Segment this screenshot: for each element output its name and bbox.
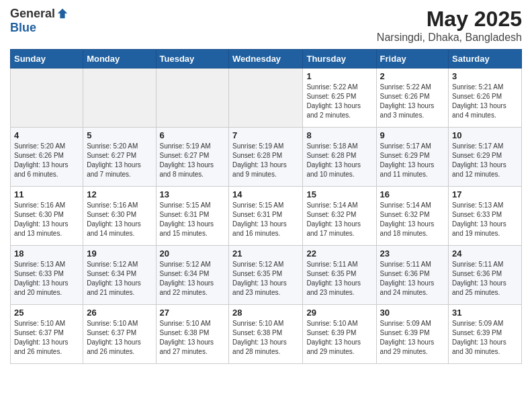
day-info: Sunrise: 5:22 AM Sunset: 6:26 PM Dayligh… (380, 83, 445, 120)
calendar-cell: 6Sunrise: 5:19 AM Sunset: 6:27 PM Daylig… (156, 128, 229, 187)
logo-general: General (10, 7, 55, 21)
day-number: 3 (452, 71, 518, 81)
calendar-week-row: 1Sunrise: 5:22 AM Sunset: 6:25 PM Daylig… (11, 68, 522, 128)
calendar-cell: 19Sunrise: 5:12 AM Sunset: 6:34 PM Dayli… (83, 246, 156, 305)
calendar-cell: 25Sunrise: 5:10 AM Sunset: 6:37 PM Dayli… (11, 305, 83, 364)
day-number: 17 (452, 189, 518, 199)
page-container: General Blue May 2025 Narsingdi, Dhaka, … (0, 0, 532, 371)
calendar-cell: 27Sunrise: 5:10 AM Sunset: 6:38 PM Dayli… (156, 305, 229, 364)
day-info: Sunrise: 5:16 AM Sunset: 6:30 PM Dayligh… (87, 201, 152, 238)
day-info: Sunrise: 5:10 AM Sunset: 6:37 PM Dayligh… (87, 319, 152, 357)
day-info: Sunrise: 5:15 AM Sunset: 6:31 PM Dayligh… (232, 201, 299, 238)
day-number: 24 (452, 248, 518, 259)
calendar-cell: 11Sunrise: 5:16 AM Sunset: 6:30 PM Dayli… (11, 187, 83, 246)
day-number: 7 (232, 130, 299, 140)
logo: General Blue (10, 7, 69, 35)
day-info: Sunrise: 5:11 AM Sunset: 6:36 PM Dayligh… (452, 260, 518, 298)
day-info: Sunrise: 5:14 AM Sunset: 6:32 PM Dayligh… (380, 201, 445, 238)
day-info: Sunrise: 5:11 AM Sunset: 6:36 PM Dayligh… (380, 260, 445, 298)
calendar-cell: 22Sunrise: 5:11 AM Sunset: 6:35 PM Dayli… (303, 246, 376, 305)
day-number: 6 (160, 130, 226, 140)
day-number: 21 (232, 248, 299, 259)
calendar-cell: 7Sunrise: 5:19 AM Sunset: 6:28 PM Daylig… (229, 128, 303, 187)
day-number: 10 (452, 130, 518, 140)
day-info: Sunrise: 5:19 AM Sunset: 6:28 PM Dayligh… (232, 142, 299, 179)
day-info: Sunrise: 5:14 AM Sunset: 6:32 PM Dayligh… (306, 201, 372, 238)
day-info: Sunrise: 5:16 AM Sunset: 6:30 PM Dayligh… (14, 201, 79, 238)
day-number: 22 (306, 248, 372, 259)
calendar-cell: 17Sunrise: 5:13 AM Sunset: 6:33 PM Dayli… (449, 187, 522, 246)
calendar-cell: 30Sunrise: 5:09 AM Sunset: 6:39 PM Dayli… (376, 305, 448, 364)
day-info: Sunrise: 5:21 AM Sunset: 6:26 PM Dayligh… (452, 83, 518, 120)
day-number: 18 (14, 248, 79, 259)
calendar-cell: 5Sunrise: 5:20 AM Sunset: 6:27 PM Daylig… (83, 128, 156, 187)
day-info: Sunrise: 5:12 AM Sunset: 6:34 PM Dayligh… (160, 260, 226, 298)
calendar-day-header: Tuesday (156, 50, 229, 68)
calendar-day-header: Sunday (11, 50, 83, 68)
calendar-cell: 26Sunrise: 5:10 AM Sunset: 6:37 PM Dayli… (83, 305, 156, 364)
logo-icon (56, 7, 69, 19)
calendar-cell: 29Sunrise: 5:10 AM Sunset: 6:39 PM Dayli… (303, 305, 376, 364)
day-number: 15 (306, 189, 372, 199)
calendar-cell: 13Sunrise: 5:15 AM Sunset: 6:31 PM Dayli… (156, 187, 229, 246)
day-number: 20 (160, 248, 226, 259)
calendar-cell: 18Sunrise: 5:13 AM Sunset: 6:33 PM Dayli… (11, 246, 83, 305)
calendar-cell (83, 68, 156, 128)
day-info: Sunrise: 5:09 AM Sunset: 6:39 PM Dayligh… (380, 319, 445, 357)
calendar-cell (229, 68, 303, 128)
day-info: Sunrise: 5:10 AM Sunset: 6:38 PM Dayligh… (160, 319, 226, 357)
day-info: Sunrise: 5:12 AM Sunset: 6:34 PM Dayligh… (87, 260, 152, 298)
day-number: 25 (14, 308, 79, 318)
day-info: Sunrise: 5:10 AM Sunset: 6:37 PM Dayligh… (14, 319, 79, 357)
day-number: 5 (87, 130, 152, 140)
day-number: 31 (452, 308, 518, 318)
day-number: 16 (380, 189, 445, 199)
day-number: 14 (232, 189, 299, 199)
day-number: 13 (160, 189, 226, 199)
calendar-cell: 14Sunrise: 5:15 AM Sunset: 6:31 PM Dayli… (229, 187, 303, 246)
calendar-week-row: 4Sunrise: 5:20 AM Sunset: 6:26 PM Daylig… (11, 128, 522, 187)
calendar-day-header: Saturday (449, 50, 522, 68)
calendar-week-row: 11Sunrise: 5:16 AM Sunset: 6:30 PM Dayli… (11, 187, 522, 246)
month-title: May 2025 (377, 7, 522, 32)
day-info: Sunrise: 5:10 AM Sunset: 6:39 PM Dayligh… (306, 319, 372, 357)
calendar-cell: 2Sunrise: 5:22 AM Sunset: 6:26 PM Daylig… (376, 68, 448, 128)
calendar-cell (11, 68, 83, 128)
calendar-table: SundayMondayTuesdayWednesdayThursdayFrid… (10, 49, 522, 364)
day-number: 19 (87, 248, 152, 259)
calendar-cell: 15Sunrise: 5:14 AM Sunset: 6:32 PM Dayli… (303, 187, 376, 246)
calendar-cell: 10Sunrise: 5:17 AM Sunset: 6:29 PM Dayli… (449, 128, 522, 187)
calendar-cell: 21Sunrise: 5:12 AM Sunset: 6:35 PM Dayli… (229, 246, 303, 305)
location-title: Narsingdi, Dhaka, Bangladesh (377, 32, 522, 44)
calendar-cell (156, 68, 229, 128)
calendar-cell: 20Sunrise: 5:12 AM Sunset: 6:34 PM Dayli… (156, 246, 229, 305)
calendar-cell: 28Sunrise: 5:10 AM Sunset: 6:38 PM Dayli… (229, 305, 303, 364)
day-info: Sunrise: 5:11 AM Sunset: 6:35 PM Dayligh… (306, 260, 372, 298)
calendar-week-row: 18Sunrise: 5:13 AM Sunset: 6:33 PM Dayli… (11, 246, 522, 305)
calendar-day-header: Friday (376, 50, 448, 68)
calendar-cell: 4Sunrise: 5:20 AM Sunset: 6:26 PM Daylig… (11, 128, 83, 187)
day-number: 9 (380, 130, 445, 140)
day-number: 28 (232, 308, 299, 318)
calendar-cell: 24Sunrise: 5:11 AM Sunset: 6:36 PM Dayli… (449, 246, 522, 305)
logo-blue: Blue (10, 21, 36, 35)
day-number: 30 (380, 308, 445, 318)
day-number: 2 (380, 71, 445, 81)
day-info: Sunrise: 5:20 AM Sunset: 6:26 PM Dayligh… (14, 142, 79, 179)
header: General Blue May 2025 Narsingdi, Dhaka, … (10, 7, 522, 44)
day-number: 4 (14, 130, 79, 140)
day-number: 27 (160, 308, 226, 318)
day-number: 12 (87, 189, 152, 199)
calendar-cell: 9Sunrise: 5:17 AM Sunset: 6:29 PM Daylig… (376, 128, 448, 187)
calendar-cell: 3Sunrise: 5:21 AM Sunset: 6:26 PM Daylig… (449, 68, 522, 128)
day-info: Sunrise: 5:17 AM Sunset: 6:29 PM Dayligh… (452, 142, 518, 179)
calendar-cell: 12Sunrise: 5:16 AM Sunset: 6:30 PM Dayli… (83, 187, 156, 246)
day-number: 26 (87, 308, 152, 318)
day-info: Sunrise: 5:13 AM Sunset: 6:33 PM Dayligh… (14, 260, 79, 298)
day-number: 8 (306, 130, 372, 140)
day-info: Sunrise: 5:15 AM Sunset: 6:31 PM Dayligh… (160, 201, 226, 238)
calendar-cell: 23Sunrise: 5:11 AM Sunset: 6:36 PM Dayli… (376, 246, 448, 305)
calendar-cell: 31Sunrise: 5:09 AM Sunset: 6:39 PM Dayli… (449, 305, 522, 364)
day-info: Sunrise: 5:19 AM Sunset: 6:27 PM Dayligh… (160, 142, 226, 179)
calendar-cell: 8Sunrise: 5:18 AM Sunset: 6:28 PM Daylig… (303, 128, 376, 187)
